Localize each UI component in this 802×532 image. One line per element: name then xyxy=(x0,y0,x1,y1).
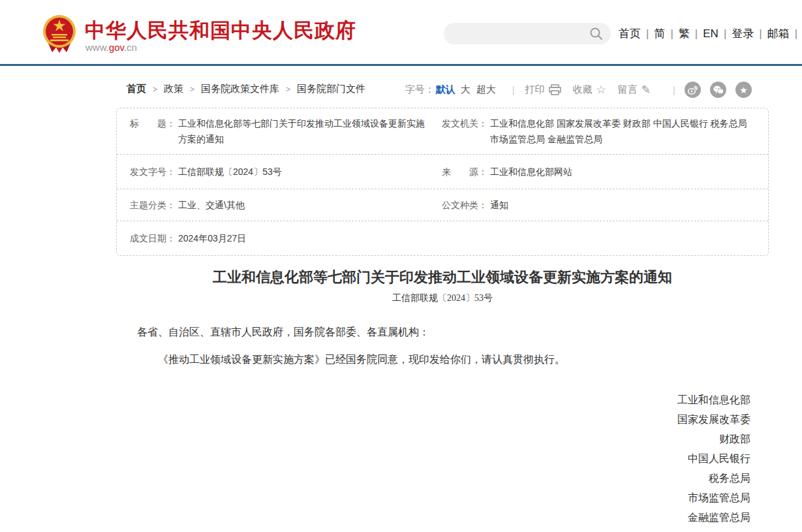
nav-separator: | xyxy=(695,27,698,40)
document-paragraph-salutation: 各省、自治区、直辖市人民政府，国务院各部委、各直属机构： xyxy=(116,324,769,341)
nav-separator: | xyxy=(646,27,649,40)
signature-agency: 金融监管总局 xyxy=(116,508,750,527)
breadcrumb-policy[interactable]: 政策 xyxy=(164,83,183,94)
signature-agency: 工业和信息化部 xyxy=(116,390,750,410)
meta-label-doc-number: 发文字号： xyxy=(130,164,176,180)
meta-row-category-type: 主题分类： 工业、交通\其他 公文种类： 通知 xyxy=(117,189,768,221)
pencil-icon: ✎ xyxy=(641,83,651,97)
breadcrumb-separator: > xyxy=(286,85,290,94)
printer-icon xyxy=(549,84,561,95)
meta-row-title-agency: 标 题： 工业和信息化部等七部门关于印发推动工业领域设备更新实施方案的通知 发文… xyxy=(117,108,768,155)
star-icon: ☆ xyxy=(596,83,606,97)
search-input[interactable] xyxy=(453,23,590,44)
share-weibo-button[interactable] xyxy=(685,82,701,98)
font-size-xlarge-button[interactable]: 超大 xyxy=(476,84,496,96)
toolbar-divider: | xyxy=(673,84,675,95)
meta-value-title: 工业和信息化部等七部门关于印发推动工业领域设备更新实施方案的通知 xyxy=(178,116,433,147)
meta-row-date: 成文日期： 2024年03月27日 xyxy=(117,221,768,255)
search-box[interactable] xyxy=(444,23,611,44)
font-size-label: 字号： xyxy=(405,84,435,96)
favorite-label: 收藏 xyxy=(573,84,593,96)
meta-value-doc-number: 工信部联规〔2024〕53号 xyxy=(178,164,282,180)
breadcrumb-separator: > xyxy=(190,85,194,94)
signature-agency: 国家发展改革委 xyxy=(116,410,750,430)
share-qzone-button[interactable]: ★ xyxy=(735,82,752,98)
meta-label-category: 主题分类： xyxy=(130,197,176,213)
site-url-www: www. xyxy=(85,42,109,53)
meta-label-title: 标 题： xyxy=(130,116,176,147)
search-icon[interactable] xyxy=(589,27,603,40)
nav-separator: | xyxy=(670,27,673,40)
breadcrumb-department-docs[interactable]: 国务院部门文件 xyxy=(297,83,365,94)
font-size-large-button[interactable]: 大 xyxy=(461,84,470,96)
site-header: 中华人民共和国中央人民政府 www.gov.cn 首页|简|繁|EN|登录|邮箱… xyxy=(0,0,802,64)
signature-agency: 中国人民银行 xyxy=(116,449,750,469)
breadcrumb-home[interactable]: 首页 xyxy=(127,83,146,94)
nav-separator: | xyxy=(795,27,797,40)
qzone-star-icon: ★ xyxy=(739,86,748,95)
nav-home[interactable]: 首页 xyxy=(619,27,641,40)
breadcrumb-policy-library[interactable]: 国务院政策文件库 xyxy=(201,83,279,94)
meta-label-written-date: 成文日期： xyxy=(130,230,176,246)
document-title: 工业和信息化部等七部门关于印发推动工业领域设备更新实施方案的通知 xyxy=(116,268,769,287)
meta-value-source: 工业和信息化部网站 xyxy=(490,164,572,180)
meta-value-written-date: 2024年03月27日 xyxy=(178,230,246,246)
document-number: 工信部联规〔2024〕53号 xyxy=(116,292,769,304)
toolbar-row: 首页>政策>国务院政策文件库>国务院部门文件 字号： 默认 大 超大 | 打印 … xyxy=(116,82,769,99)
document-metadata-box: 标 题： 工业和信息化部等七部门关于印发推动工业领域设备更新实施方案的通知 发文… xyxy=(116,108,769,256)
nav-simplified[interactable]: 简 xyxy=(654,27,665,40)
breadcrumb-separator: > xyxy=(153,85,157,94)
signature-date: 2024年3月27日 xyxy=(116,527,750,532)
meta-value-doc-type: 通知 xyxy=(490,197,508,213)
site-url-gov: gov xyxy=(109,42,124,53)
font-size-default-button[interactable]: 默认 xyxy=(436,84,455,96)
meta-label-source: 来 源： xyxy=(442,164,487,180)
share-wechat-button[interactable] xyxy=(710,82,726,98)
toolbar-controls: 字号： 默认 大 超大 | 打印 收藏 ☆ 留言 ✎ | xyxy=(405,82,752,98)
document-body: 工业和信息化部等七部门关于印发推动工业领域设备更新实施方案的通知 工信部联规〔2… xyxy=(116,268,769,532)
document-paragraph-main: 《推动工业领域设备更新实施方案》已经国务院同意，现印发给你们，请认真贯彻执行。 xyxy=(116,351,769,368)
wechat-icon xyxy=(713,86,724,95)
meta-row-docnum-source: 发文字号： 工信部联规〔2024〕53号 来 源： 工业和信息化部网站 xyxy=(117,155,768,189)
print-button[interactable]: 打印 xyxy=(525,84,561,96)
nav-separator: | xyxy=(759,27,762,40)
site-url: www.gov.cn xyxy=(85,42,137,53)
national-emblem-logo xyxy=(42,14,77,54)
breadcrumb: 首页>政策>国务院政策文件库>国务院部门文件 xyxy=(127,83,365,95)
comment-label: 留言 xyxy=(618,84,638,96)
meta-label-issuing-agency: 发文机关： xyxy=(442,116,487,147)
signature-agency: 市场监管总局 xyxy=(116,488,750,508)
header-divider-line xyxy=(0,64,802,66)
top-nav: 首页|简|繁|EN|登录|邮箱| xyxy=(619,26,802,41)
signature-agency: 税务总局 xyxy=(116,469,750,488)
site-title: 中华人民共和国中央人民政府 xyxy=(85,17,356,44)
site-url-cn: .cn xyxy=(124,42,137,53)
signature-block: 工业和信息化部 国家发展改革委 财政部 中国人民银行 税务总局 市场监管总局 金… xyxy=(116,390,769,532)
nav-separator: | xyxy=(724,27,726,40)
nav-login[interactable]: 登录 xyxy=(732,27,754,40)
meta-label-doc-type: 公文种类： xyxy=(442,197,487,213)
meta-value-category: 工业、交通\其他 xyxy=(178,197,245,213)
favorite-button[interactable]: 收藏 ☆ xyxy=(573,83,606,97)
print-label: 打印 xyxy=(525,84,545,96)
weibo-icon xyxy=(688,86,698,95)
nav-english[interactable]: EN xyxy=(703,27,718,40)
signature-agency: 财政部 xyxy=(116,430,750,449)
nav-mail[interactable]: 邮箱 xyxy=(767,27,790,40)
comment-button[interactable]: 留言 ✎ xyxy=(618,83,651,97)
meta-value-issuing-agency: 工业和信息化部 国家发展改革委 财政部 中国人民银行 税务总局 市场监管总局 金… xyxy=(490,116,755,147)
nav-traditional[interactable]: 繁 xyxy=(679,27,690,40)
toolbar-divider: | xyxy=(512,84,515,95)
